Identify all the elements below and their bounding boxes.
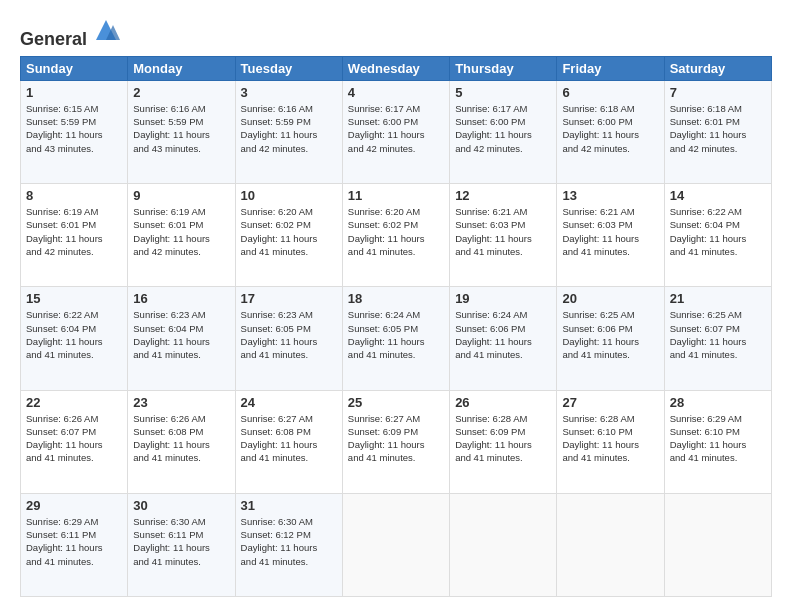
day-number: 7 [670, 85, 766, 100]
day-number: 28 [670, 395, 766, 410]
header: General [20, 15, 772, 46]
day-info: Sunrise: 6:21 AMSunset: 6:03 PMDaylight:… [455, 205, 551, 258]
weekday-header-wednesday: Wednesday [342, 56, 449, 80]
calendar-week-row: 8Sunrise: 6:19 AMSunset: 6:01 PMDaylight… [21, 184, 772, 287]
day-number: 14 [670, 188, 766, 203]
calendar-cell: 12Sunrise: 6:21 AMSunset: 6:03 PMDayligh… [450, 184, 557, 287]
day-number: 20 [562, 291, 658, 306]
weekday-header-thursday: Thursday [450, 56, 557, 80]
day-info: Sunrise: 6:23 AMSunset: 6:04 PMDaylight:… [133, 308, 229, 361]
day-info: Sunrise: 6:22 AMSunset: 6:04 PMDaylight:… [26, 308, 122, 361]
calendar-cell: 11Sunrise: 6:20 AMSunset: 6:02 PMDayligh… [342, 184, 449, 287]
calendar-cell: 19Sunrise: 6:24 AMSunset: 6:06 PMDayligh… [450, 287, 557, 390]
calendar-cell: 15Sunrise: 6:22 AMSunset: 6:04 PMDayligh… [21, 287, 128, 390]
day-info: Sunrise: 6:16 AMSunset: 5:59 PMDaylight:… [133, 102, 229, 155]
day-info: Sunrise: 6:30 AMSunset: 6:12 PMDaylight:… [241, 515, 337, 568]
day-number: 23 [133, 395, 229, 410]
calendar-cell: 9Sunrise: 6:19 AMSunset: 6:01 PMDaylight… [128, 184, 235, 287]
calendar-cell: 31Sunrise: 6:30 AMSunset: 6:12 PMDayligh… [235, 493, 342, 596]
calendar-cell: 21Sunrise: 6:25 AMSunset: 6:07 PMDayligh… [664, 287, 771, 390]
day-number: 31 [241, 498, 337, 513]
day-info: Sunrise: 6:27 AMSunset: 6:09 PMDaylight:… [348, 412, 444, 465]
calendar-cell: 14Sunrise: 6:22 AMSunset: 6:04 PMDayligh… [664, 184, 771, 287]
weekday-header-tuesday: Tuesday [235, 56, 342, 80]
day-number: 5 [455, 85, 551, 100]
calendar-cell: 4Sunrise: 6:17 AMSunset: 6:00 PMDaylight… [342, 80, 449, 183]
calendar-cell: 23Sunrise: 6:26 AMSunset: 6:08 PMDayligh… [128, 390, 235, 493]
day-number: 11 [348, 188, 444, 203]
day-info: Sunrise: 6:25 AMSunset: 6:07 PMDaylight:… [670, 308, 766, 361]
calendar-cell: 7Sunrise: 6:18 AMSunset: 6:01 PMDaylight… [664, 80, 771, 183]
day-info: Sunrise: 6:22 AMSunset: 6:04 PMDaylight:… [670, 205, 766, 258]
calendar-cell: 10Sunrise: 6:20 AMSunset: 6:02 PMDayligh… [235, 184, 342, 287]
day-number: 10 [241, 188, 337, 203]
day-info: Sunrise: 6:27 AMSunset: 6:08 PMDaylight:… [241, 412, 337, 465]
calendar-table: SundayMondayTuesdayWednesdayThursdayFrid… [20, 56, 772, 597]
day-number: 25 [348, 395, 444, 410]
calendar-cell: 18Sunrise: 6:24 AMSunset: 6:05 PMDayligh… [342, 287, 449, 390]
day-info: Sunrise: 6:26 AMSunset: 6:08 PMDaylight:… [133, 412, 229, 465]
calendar-cell: 6Sunrise: 6:18 AMSunset: 6:00 PMDaylight… [557, 80, 664, 183]
weekday-header-saturday: Saturday [664, 56, 771, 80]
day-info: Sunrise: 6:24 AMSunset: 6:06 PMDaylight:… [455, 308, 551, 361]
day-info: Sunrise: 6:23 AMSunset: 6:05 PMDaylight:… [241, 308, 337, 361]
day-info: Sunrise: 6:15 AMSunset: 5:59 PMDaylight:… [26, 102, 122, 155]
calendar-cell: 25Sunrise: 6:27 AMSunset: 6:09 PMDayligh… [342, 390, 449, 493]
calendar-cell [342, 493, 449, 596]
day-info: Sunrise: 6:20 AMSunset: 6:02 PMDaylight:… [348, 205, 444, 258]
calendar-cell: 20Sunrise: 6:25 AMSunset: 6:06 PMDayligh… [557, 287, 664, 390]
calendar-cell: 3Sunrise: 6:16 AMSunset: 5:59 PMDaylight… [235, 80, 342, 183]
day-info: Sunrise: 6:29 AMSunset: 6:10 PMDaylight:… [670, 412, 766, 465]
calendar-cell: 2Sunrise: 6:16 AMSunset: 5:59 PMDaylight… [128, 80, 235, 183]
calendar-cell: 24Sunrise: 6:27 AMSunset: 6:08 PMDayligh… [235, 390, 342, 493]
day-info: Sunrise: 6:29 AMSunset: 6:11 PMDaylight:… [26, 515, 122, 568]
day-number: 12 [455, 188, 551, 203]
day-number: 17 [241, 291, 337, 306]
day-number: 8 [26, 188, 122, 203]
calendar-cell: 8Sunrise: 6:19 AMSunset: 6:01 PMDaylight… [21, 184, 128, 287]
calendar-cell: 17Sunrise: 6:23 AMSunset: 6:05 PMDayligh… [235, 287, 342, 390]
calendar-cell: 22Sunrise: 6:26 AMSunset: 6:07 PMDayligh… [21, 390, 128, 493]
day-info: Sunrise: 6:24 AMSunset: 6:05 PMDaylight:… [348, 308, 444, 361]
day-info: Sunrise: 6:28 AMSunset: 6:10 PMDaylight:… [562, 412, 658, 465]
day-number: 13 [562, 188, 658, 203]
day-number: 3 [241, 85, 337, 100]
calendar-cell: 1Sunrise: 6:15 AMSunset: 5:59 PMDaylight… [21, 80, 128, 183]
weekday-header-friday: Friday [557, 56, 664, 80]
calendar-cell: 28Sunrise: 6:29 AMSunset: 6:10 PMDayligh… [664, 390, 771, 493]
calendar-header-row: SundayMondayTuesdayWednesdayThursdayFrid… [21, 56, 772, 80]
day-number: 29 [26, 498, 122, 513]
day-info: Sunrise: 6:30 AMSunset: 6:11 PMDaylight:… [133, 515, 229, 568]
logo-general: General [20, 29, 87, 49]
day-number: 1 [26, 85, 122, 100]
day-number: 16 [133, 291, 229, 306]
day-info: Sunrise: 6:17 AMSunset: 6:00 PMDaylight:… [455, 102, 551, 155]
calendar-cell: 13Sunrise: 6:21 AMSunset: 6:03 PMDayligh… [557, 184, 664, 287]
page: General SundayMondayTuesdayWednesdayThur… [0, 0, 792, 612]
day-info: Sunrise: 6:26 AMSunset: 6:07 PMDaylight:… [26, 412, 122, 465]
calendar-cell: 16Sunrise: 6:23 AMSunset: 6:04 PMDayligh… [128, 287, 235, 390]
calendar-week-row: 22Sunrise: 6:26 AMSunset: 6:07 PMDayligh… [21, 390, 772, 493]
day-number: 18 [348, 291, 444, 306]
day-info: Sunrise: 6:18 AMSunset: 6:01 PMDaylight:… [670, 102, 766, 155]
day-info: Sunrise: 6:19 AMSunset: 6:01 PMDaylight:… [133, 205, 229, 258]
day-info: Sunrise: 6:20 AMSunset: 6:02 PMDaylight:… [241, 205, 337, 258]
day-info: Sunrise: 6:25 AMSunset: 6:06 PMDaylight:… [562, 308, 658, 361]
calendar-cell: 26Sunrise: 6:28 AMSunset: 6:09 PMDayligh… [450, 390, 557, 493]
day-number: 21 [670, 291, 766, 306]
calendar-cell: 27Sunrise: 6:28 AMSunset: 6:10 PMDayligh… [557, 390, 664, 493]
day-info: Sunrise: 6:19 AMSunset: 6:01 PMDaylight:… [26, 205, 122, 258]
calendar-cell [664, 493, 771, 596]
day-info: Sunrise: 6:17 AMSunset: 6:00 PMDaylight:… [348, 102, 444, 155]
logo-icon [91, 15, 121, 45]
calendar-week-row: 1Sunrise: 6:15 AMSunset: 5:59 PMDaylight… [21, 80, 772, 183]
day-info: Sunrise: 6:21 AMSunset: 6:03 PMDaylight:… [562, 205, 658, 258]
day-info: Sunrise: 6:16 AMSunset: 5:59 PMDaylight:… [241, 102, 337, 155]
day-number: 30 [133, 498, 229, 513]
day-number: 9 [133, 188, 229, 203]
weekday-header-monday: Monday [128, 56, 235, 80]
day-number: 24 [241, 395, 337, 410]
day-number: 26 [455, 395, 551, 410]
day-info: Sunrise: 6:28 AMSunset: 6:09 PMDaylight:… [455, 412, 551, 465]
day-number: 15 [26, 291, 122, 306]
